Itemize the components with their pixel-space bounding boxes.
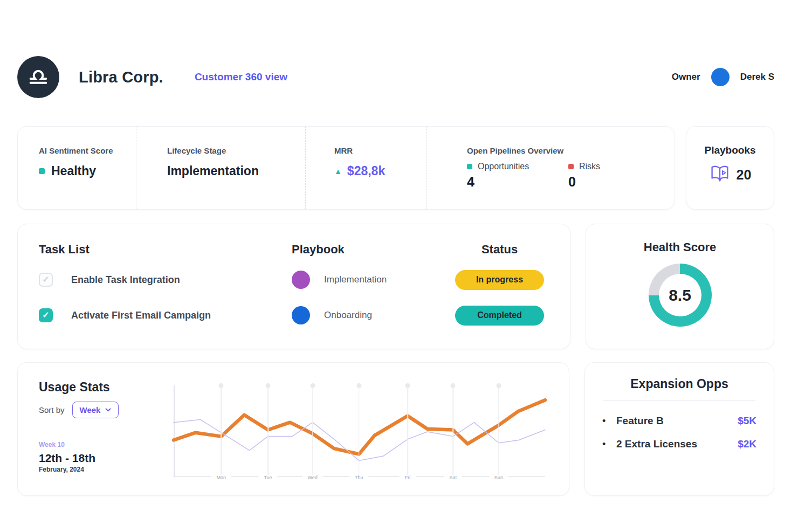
x-axis-label: Sun <box>489 475 508 480</box>
health-score-title: Health Score <box>644 240 717 254</box>
gridline-pin-icon <box>405 383 410 388</box>
customer-360-view-link[interactable]: Customer 360 view <box>195 71 287 83</box>
week-number-label: Week 10 <box>39 441 174 448</box>
opportunities-count: 4 <box>467 174 568 190</box>
playbook-cell: Onboarding <box>292 298 455 333</box>
expansion-item: • Feature B $5K <box>602 415 756 427</box>
day-gridline <box>221 388 222 476</box>
x-axis-label: Sat <box>444 475 462 480</box>
bullet-icon: • <box>602 416 616 427</box>
stats-card: AI Sentiment Score Healthy Lifecycle Sta… <box>17 126 675 210</box>
playbooks-card: Playbooks 20 <box>686 126 774 210</box>
gridline-pin-icon <box>310 383 315 388</box>
risks-bullet-icon <box>568 164 574 169</box>
opportunities-stat: Opportunities 4 <box>467 162 568 190</box>
ai-sentiment-section: AI Sentiment Score Healthy <box>18 127 136 209</box>
task-label: Activate First Email Campaign <box>71 310 211 321</box>
playbook-dot-icon <box>292 306 310 324</box>
ai-sentiment-value: Healthy <box>39 164 136 178</box>
mrr-label: MRR <box>334 146 426 155</box>
task-label: Enable Task Integration <box>71 274 180 286</box>
x-axis-label: Fri <box>400 475 416 480</box>
book-play-icon <box>709 164 731 185</box>
status-cell: Completed <box>455 298 544 333</box>
day-gridline <box>452 388 453 476</box>
playbook-header: Playbook <box>292 243 455 257</box>
status-badge[interactable]: Completed <box>455 306 544 326</box>
lifecycle-label: Lifecycle Stage <box>167 146 305 155</box>
chevron-down-icon <box>105 408 111 412</box>
pipelines-label: Open Pipelines Overview <box>467 146 675 155</box>
playbooks-label: Playbooks <box>704 144 755 156</box>
playbook-label: Onboarding <box>324 310 372 321</box>
lifecycle-value: Implementation <box>167 164 305 178</box>
customer-360-page: Libra Corp. Customer 360 view Owner Dere… <box>0 0 798 496</box>
check-icon: ✓ <box>42 311 49 320</box>
lifecycle-section: Lifecycle Stage Implementation <box>136 127 306 209</box>
week-range-label: 12th - 18th <box>39 452 174 465</box>
bullet-icon: • <box>602 439 616 450</box>
health-score-card: Health Score 8.5 <box>586 224 774 349</box>
week-month-label: February, 2024 <box>39 466 174 473</box>
gridline-pin-icon <box>219 383 224 388</box>
day-gridline <box>407 388 408 476</box>
task-checkbox[interactable]: ✓ <box>39 273 53 287</box>
page-header: Libra Corp. Customer 360 view Owner Dere… <box>17 56 774 98</box>
owner-avatar <box>711 68 730 86</box>
expansion-opps-card: Expansion Opps • Feature B $5K • 2 Extra… <box>584 362 774 496</box>
check-icon: ✓ <box>42 275 49 284</box>
usage-chart-plot: MonTueWedThuFriSatSun <box>174 383 545 477</box>
expansion-item-label: 2 Extra Licenses <box>616 438 697 450</box>
expansion-item-value: $5K <box>738 415 756 427</box>
sort-by-label: Sort by <box>39 405 65 414</box>
risks-stat: Risks 0 <box>568 162 670 190</box>
status-header: Status <box>455 243 544 257</box>
x-axis-label: Thu <box>349 475 369 480</box>
gridline-pin-icon <box>451 383 456 388</box>
owner-name: Derek S <box>740 72 774 82</box>
sort-week-dropdown[interactable]: Week <box>72 402 119 418</box>
owner-label: Owner <box>672 72 700 82</box>
risks-label: Risks <box>579 162 600 171</box>
status-badge[interactable]: In progress <box>455 270 544 290</box>
pipelines-section: Open Pipelines Overview Opportunities 4 … <box>426 127 675 209</box>
sort-week-value: Week <box>80 405 101 414</box>
mrr-value: ▲ $28,8k <box>334 164 426 178</box>
status-cell: In progress <box>455 262 544 298</box>
gridline-pin-icon <box>356 383 361 388</box>
x-axis-label: Wed <box>302 475 323 480</box>
divider <box>603 400 755 401</box>
gridline-pin-icon <box>496 383 501 388</box>
x-axis-label: Tue <box>258 475 277 480</box>
gridline-pin-icon <box>266 383 271 388</box>
task-list-title: Task List <box>39 243 292 257</box>
playbook-dot-icon <box>292 271 310 289</box>
triangle-up-icon: ▲ <box>334 168 342 175</box>
expansion-item-label: Feature B <box>616 415 664 427</box>
expansion-item: • 2 Extra Licenses $2K <box>602 438 756 450</box>
day-gridline <box>312 388 313 476</box>
mrr-section: MRR ▲ $28,8k <box>306 127 426 209</box>
day-gridline <box>267 388 269 476</box>
task-list-card: Task List Playbook Status ✓ Enable Task … <box>17 224 570 349</box>
x-axis-label: Mon <box>211 475 231 480</box>
day-gridline <box>359 388 360 476</box>
libra-scales-icon <box>26 64 50 90</box>
opportunities-bullet-icon <box>467 164 472 169</box>
stats-row: AI Sentiment Score Healthy Lifecycle Sta… <box>17 126 774 210</box>
playbook-label: Implementation <box>324 274 387 285</box>
ai-sentiment-label: AI Sentiment Score <box>39 146 136 155</box>
sentiment-bullet-icon <box>39 168 45 174</box>
opportunities-label: Opportunities <box>478 162 529 171</box>
task-row: ✓ Activate First Email Campaign <box>39 298 292 333</box>
expansion-opps-title: Expansion Opps <box>602 377 756 391</box>
playbooks-count: 20 <box>737 167 752 183</box>
usage-stats-card: Usage Stats Sort by Week Week 10 12th - … <box>17 362 569 496</box>
task-row: ✓ Enable Task Integration <box>39 262 292 298</box>
health-donut: 8.5 <box>649 264 712 327</box>
risks-count: 0 <box>568 174 670 190</box>
task-checkbox[interactable]: ✓ <box>39 308 53 322</box>
health-score-value: 8.5 <box>649 264 712 327</box>
playbook-cell: Implementation <box>292 262 455 298</box>
page-title: Libra Corp. <box>79 68 163 86</box>
